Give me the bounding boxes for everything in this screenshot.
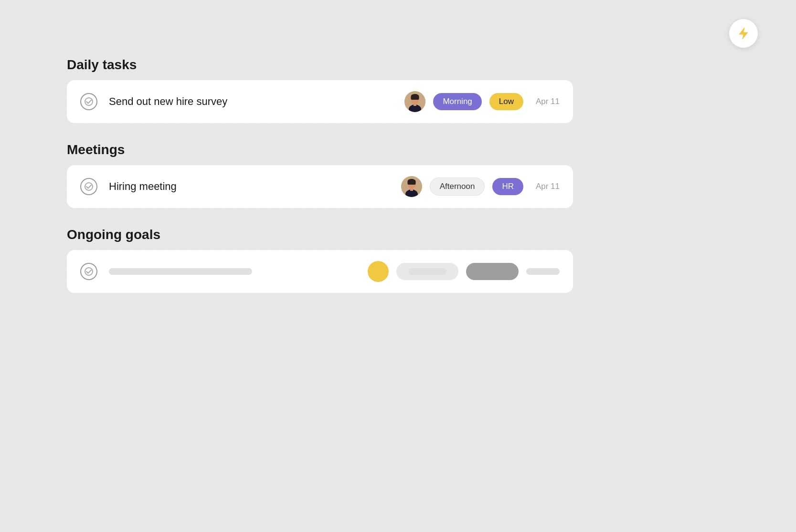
svg-rect-4 [411,96,419,100]
time-tag-2[interactable]: Afternoon [430,177,485,196]
priority-tag-1[interactable]: Low [489,93,523,110]
daily-tasks-section: Daily tasks Send out new hire survey [67,57,573,123]
check-icon-1 [85,97,93,106]
meeting-card-1[interactable]: Hiring meeting [67,165,573,208]
meeting-avatar-1 [401,176,422,197]
goal-avatar-1 [368,261,389,282]
avatar-image-2 [401,176,422,197]
task-title-1: Send out new hire survey [109,95,404,108]
category-tag-1[interactable]: HR [492,178,523,195]
goal-category-placeholder [466,263,519,280]
svg-rect-11 [407,181,415,185]
goal-card-1[interactable] [67,250,573,293]
check-icon-2 [85,182,93,191]
goal-title-placeholder [109,268,252,275]
date-label-2: Apr 11 [531,182,560,191]
quick-actions-button[interactable] [729,19,758,48]
svg-rect-6 [414,103,416,106]
ongoing-goals-title: Ongoing goals [67,227,573,242]
meetings-title: Meetings [67,142,573,157]
task-card-1[interactable]: Send out new hire survey [67,80,573,123]
task-avatar-1 [404,91,425,112]
ongoing-goals-section: Ongoing goals [67,227,573,293]
check-icon-3 [85,267,93,276]
bolt-icon [738,27,749,40]
meeting-meta-1: Afternoon HR Apr 11 [401,176,560,197]
goal-time-bar [408,268,446,275]
meetings-section: Meetings Hiring meeting [67,142,573,208]
time-tag-1[interactable]: Morning [433,93,481,110]
task-checkbox-1[interactable] [80,93,97,110]
meeting-title-1: Hiring meeting [109,180,401,193]
task-meta-1: Morning Low Apr 11 [404,91,560,112]
goal-checkbox-1[interactable] [80,263,97,280]
date-label-1: Apr 11 [531,97,560,106]
daily-tasks-title: Daily tasks [67,57,573,73]
goal-meta-1 [368,261,560,282]
goal-date-placeholder [526,268,560,275]
svg-rect-13 [410,188,413,191]
meeting-checkbox-1[interactable] [80,178,97,195]
avatar-image-1 [404,91,425,112]
main-content: Daily tasks Send out new hire survey [67,57,573,312]
goal-time-placeholder [396,263,458,280]
